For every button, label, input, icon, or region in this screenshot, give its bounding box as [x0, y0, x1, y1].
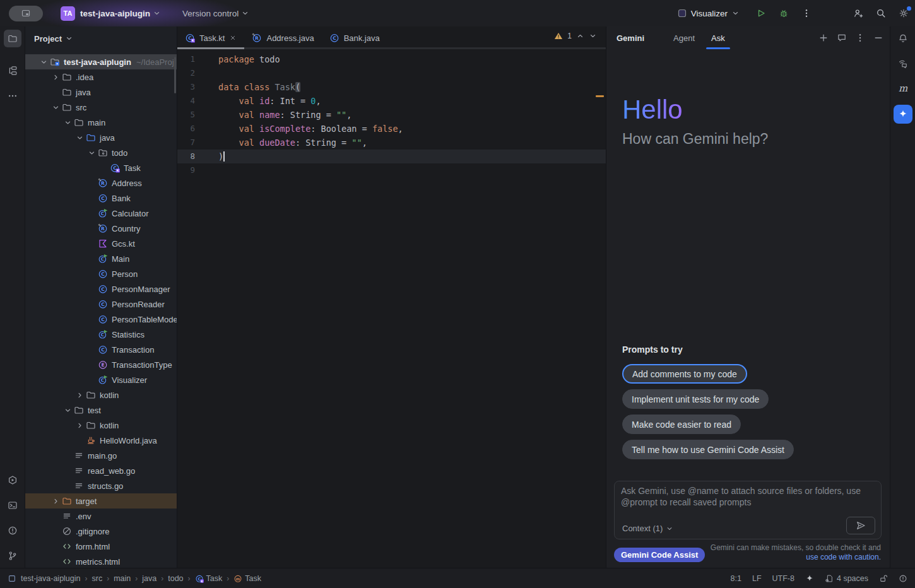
search-everywhere-button[interactable] [872, 4, 890, 22]
gemini-input[interactable] [621, 485, 875, 513]
tree-row[interactable]: main [25, 115, 177, 130]
version-control-menu[interactable]: Version control [182, 9, 249, 18]
tree-row[interactable]: todo [25, 145, 177, 160]
editor-tab[interactable]: CKTask.kt [177, 26, 244, 49]
chevron-down-icon[interactable] [38, 58, 50, 66]
inspection-widget[interactable]: 1 [554, 32, 597, 40]
code-with-me-button[interactable] [849, 4, 867, 22]
code-line[interactable]: 8) [177, 150, 606, 163]
ai-sparkle-icon[interactable] [805, 574, 814, 583]
tree-row[interactable]: CCalculator [25, 206, 177, 221]
editor-tab[interactable]: CBank.java [322, 26, 387, 49]
code-line[interactable]: 6 val isComplete: Boolean = false, [177, 122, 606, 136]
new-chat-button[interactable] [818, 33, 829, 43]
maven-tool-button[interactable]: m [894, 79, 912, 97]
tree-row[interactable]: metrics.html [25, 554, 177, 568]
file-encoding[interactable]: UTF-8 [772, 574, 794, 583]
breadcrumb-item[interactable]: src [92, 574, 103, 583]
code-editor[interactable]: 1package todo23data class Task(4 val id:… [177, 49, 606, 568]
tree-row[interactable]: main.go [25, 448, 177, 463]
breadcrumb-item[interactable]: main [114, 574, 131, 583]
caret-position[interactable]: 8:1 [731, 574, 741, 583]
code-line[interactable]: 9 [177, 163, 606, 177]
project-panel-header[interactable]: Project [25, 26, 177, 50]
git-tool-button[interactable] [4, 547, 21, 565]
ai-chat-tool-button[interactable] [894, 55, 912, 73]
tree-row[interactable]: kotlin [25, 387, 177, 403]
gemini-tool-button[interactable] [894, 105, 912, 124]
line-separator[interactable]: LF [752, 574, 762, 583]
chevron-down-icon[interactable] [74, 134, 86, 142]
settings-button[interactable] [895, 4, 912, 22]
tree-row[interactable]: Gcs.kt [25, 236, 177, 251]
run-configuration-selector[interactable]: Visualizer [677, 8, 740, 18]
tree-row[interactable]: CStatistics [25, 327, 177, 342]
breadcrumb-item[interactable]: CKTask [195, 574, 223, 583]
services-tool-button[interactable] [4, 471, 21, 489]
prompt-chip[interactable]: Implement unit tests for my code [622, 389, 769, 409]
code-line[interactable]: 2 [177, 66, 606, 80]
terminal-tool-button[interactable] [4, 497, 21, 514]
tree-row[interactable]: CPersonTableMode [25, 312, 177, 327]
indent-config[interactable]: 4 spaces [825, 574, 868, 583]
unlock-icon[interactable] [879, 574, 888, 583]
tree-row[interactable]: CMain [25, 251, 177, 266]
tree-row[interactable]: java [25, 130, 177, 145]
chevron-right-icon[interactable] [50, 73, 62, 81]
tree-row[interactable]: CPerson [25, 266, 177, 281]
code-line[interactable]: 5 val name: String = "", [177, 108, 606, 122]
breadcrumb-item[interactable]: todo [168, 574, 183, 583]
breadcrumb-item[interactable]: test-java-aiplugin [21, 574, 81, 583]
code-line[interactable]: 3data class Task( [177, 80, 606, 94]
chevron-right-icon[interactable] [74, 391, 86, 399]
tree-row[interactable]: .gitignore [25, 524, 177, 539]
chevron-down-icon[interactable] [50, 103, 62, 112]
tree-row[interactable]: ETransactionType [25, 357, 177, 372]
code-line[interactable]: 4 val id: Int = 0, [177, 94, 606, 108]
more-actions-button[interactable] [798, 4, 815, 22]
previous-problem-icon[interactable] [576, 32, 584, 40]
tree-row[interactable]: form.html [25, 539, 177, 554]
tree-row[interactable]: target [25, 493, 177, 509]
close-tab-icon[interactable] [229, 34, 237, 42]
chat-history-button[interactable] [837, 33, 847, 43]
tree-row[interactable]: CKTask [25, 160, 177, 175]
prompt-chip[interactable]: Make code easier to read [622, 415, 741, 434]
structure-tool-button[interactable] [4, 62, 21, 79]
chevron-right-icon[interactable] [50, 497, 62, 505]
tree-row[interactable]: CTransaction [25, 342, 177, 357]
tree-row[interactable]: structs.go [25, 478, 177, 493]
send-button[interactable] [846, 517, 875, 534]
tree-row[interactable]: RAddress [25, 175, 177, 191]
warning-stripe-mark[interactable] [596, 95, 604, 97]
tree-scrollbar[interactable] [174, 57, 176, 93]
tree-row[interactable]: test [25, 403, 177, 418]
next-problem-icon[interactable] [589, 32, 597, 40]
tree-row[interactable]: read_web.go [25, 463, 177, 478]
chevron-down-icon[interactable] [62, 406, 74, 415]
prompt-chip[interactable]: Add comments to my code [622, 364, 747, 384]
tab-agent[interactable]: Agent [670, 26, 699, 49]
tab-ask[interactable]: Ask [707, 26, 729, 49]
chevron-down-icon[interactable] [62, 119, 74, 127]
breadcrumb-item[interactable]: mTask [233, 574, 261, 583]
tree-row[interactable]: java [25, 85, 177, 100]
tree-row[interactable]: .idea [25, 69, 177, 85]
breadcrumb-item[interactable]: java [142, 574, 156, 583]
debug-button[interactable] [775, 4, 793, 22]
context-selector[interactable]: Context (1) [622, 524, 673, 533]
panel-options-button[interactable] [855, 33, 865, 43]
tree-row[interactable]: HelloWorld.java [25, 433, 177, 448]
hide-panel-button[interactable] [873, 33, 883, 43]
code-line[interactable]: 1package todo [177, 52, 606, 66]
tree-row[interactable]: .env [25, 509, 177, 524]
tree-row[interactable]: CPersonReader [25, 297, 177, 312]
disclaimer-link[interactable]: use code with caution. [806, 553, 881, 562]
chevron-down-icon[interactable] [86, 149, 98, 157]
project-menu[interactable]: test-java-aiplugin [80, 9, 161, 18]
window-controls-button[interactable] [9, 6, 43, 21]
tree-row[interactable]: CBank [25, 191, 177, 206]
tree-row[interactable]: kotlin [25, 418, 177, 433]
more-tool-windows-button[interactable] [4, 87, 21, 105]
tree-row[interactable]: CVisualizer [25, 372, 177, 387]
